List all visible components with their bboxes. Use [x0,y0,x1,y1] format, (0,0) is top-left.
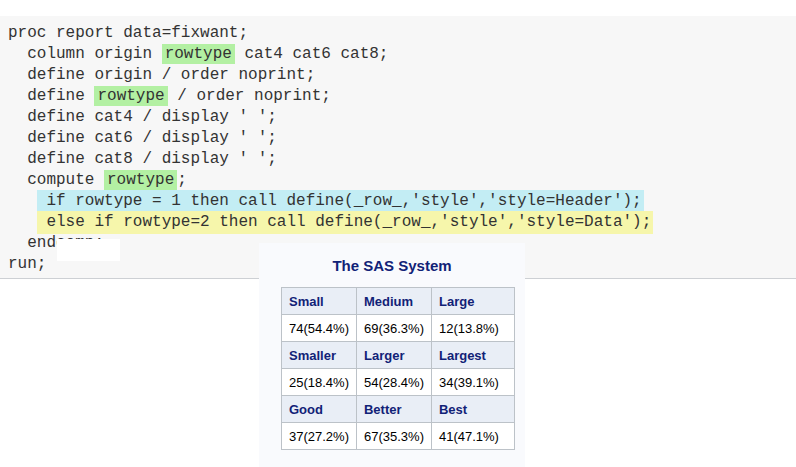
data-cell: 34(39.1%) [431,369,514,396]
data-cell: 25(18.4%) [282,369,357,396]
header-cell: Good [282,396,357,423]
code-text: define cat4 / display ' '; [8,108,277,126]
header-cell: Larger [356,342,431,369]
code-line: column origin rowtype cat4 cat6 cat8; [8,44,796,65]
results-table: SmallMediumLarge74(54.4%)69(36.3%)12(13.… [281,287,515,450]
header-cell: Best [431,396,514,423]
table-header-row: SmallMediumLarge [282,288,515,315]
highlight-green: rowtype [104,170,177,190]
code-line: define rowtype / order noprint; [8,86,796,107]
code-line: if rowtype = 1 then call define(_row_,'s… [8,191,796,212]
data-cell: 12(13.8%) [431,315,514,342]
highlight-cyan: if rowtype = 1 then call define(_row_,'s… [37,190,644,213]
table-header-row: SmallerLargerLargest [282,342,515,369]
data-cell: 37(27.2%) [282,423,357,450]
highlight-yellow: else if rowtype=2 then call define(_row_… [37,211,654,234]
code-line: define cat8 / display ' '; [8,149,796,170]
sas-output-panel: The SAS System SmallMediumLarge74(54.4%)… [259,243,525,467]
code-text: compute [8,171,104,189]
code-text [8,213,37,231]
code-text [8,192,37,210]
code-text: define cat6 / display ' '; [8,129,277,147]
data-cell: 74(54.4%) [282,315,357,342]
code-text: ; [177,171,187,189]
highlight-green: rowtype [94,86,167,106]
header-cell: Largest [431,342,514,369]
code-text: / order noprint; [168,87,331,105]
code-text: run; [8,255,46,273]
table-data-row: 25(18.4%)54(28.4%)34(39.1%) [282,369,515,396]
code-line: define cat6 / display ' '; [8,128,796,149]
code-line: proc report data=fixwant; [8,23,796,44]
data-cell: 54(28.4%) [356,369,431,396]
header-cell: Small [282,288,357,315]
table-data-row: 74(54.4%)69(36.3%)12(13.8%) [282,315,515,342]
code-text: define origin / order noprint; [8,66,315,84]
code-line: else if rowtype=2 then call define(_row_… [8,212,796,233]
code-text: cat4 cat6 cat8; [235,45,389,63]
cursor-artifact-box [57,239,120,261]
header-cell: Smaller [282,342,357,369]
header-cell: Medium [356,288,431,315]
table-header-row: GoodBetterBest [282,396,515,423]
code-line: define cat4 / display ' '; [8,107,796,128]
code-text: define [8,87,94,105]
data-cell: 69(36.3%) [356,315,431,342]
code-text: define cat8 / display ' '; [8,150,277,168]
header-cell: Better [356,396,431,423]
data-cell: 41(47.1%) [431,423,514,450]
code-text: proc report data=fixwant; [8,24,248,42]
sas-output-title: The SAS System [259,257,525,274]
header-cell: Large [431,288,514,315]
sas-doc-screenshot: proc report data=fixwant; column origin … [0,0,796,467]
table-data-row: 37(27.2%)67(35.3%)41(47.1%) [282,423,515,450]
highlight-green: rowtype [162,44,235,64]
code-line: compute rowtype; [8,170,796,191]
data-cell: 67(35.3%) [356,423,431,450]
code-text: column origin [8,45,162,63]
code-line: define origin / order noprint; [8,65,796,86]
